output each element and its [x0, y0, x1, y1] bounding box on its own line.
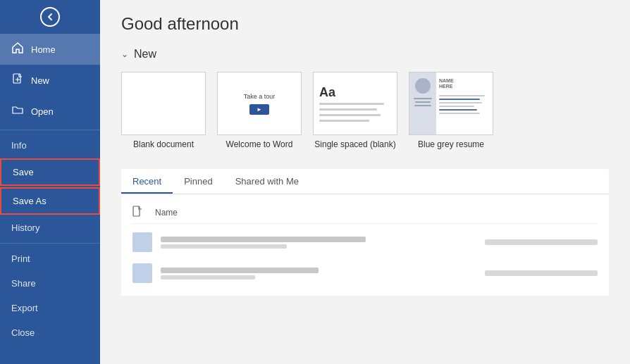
template-blank[interactable]: Blank document	[121, 72, 206, 149]
file-date-1	[485, 239, 598, 245]
sidebar-item-history[interactable]: History	[0, 215, 100, 240]
template-thumb-resume: NAME HERE	[409, 72, 493, 135]
template-label-single: Single spaced (blank)	[314, 139, 395, 149]
sidebar-item-export-label: Export	[11, 303, 38, 313]
back-button[interactable]	[0, 0, 100, 34]
resume-right-panel: NAME HERE	[436, 73, 493, 134]
new-section-header: ⌄ New	[121, 48, 609, 61]
sidebar-item-open[interactable]: Open	[0, 96, 100, 127]
template-label-blank: Blank document	[133, 139, 194, 149]
sidebar-item-new[interactable]: New	[0, 65, 100, 96]
sidebar-item-open-label: Open	[31, 106, 54, 117]
sidebar-item-info[interactable]: Info	[0, 133, 100, 158]
back-icon	[40, 7, 60, 27]
sidebar-item-save[interactable]: Save	[0, 158, 100, 186]
file-meta-bar-2	[161, 275, 255, 280]
divider-2	[0, 243, 100, 244]
main-content: Good afternoon ⌄ New Blank document Take…	[100, 0, 630, 364]
tab-pinned[interactable]: Pinned	[173, 169, 223, 194]
template-resume[interactable]: NAME HERE Blue grey resume	[409, 72, 493, 149]
file-info-1	[161, 237, 476, 249]
chevron-down-icon[interactable]: ⌄	[121, 49, 128, 59]
sidebar-item-close[interactable]: Close	[0, 320, 100, 345]
sidebar-item-close-label: Close	[11, 327, 35, 338]
thumb-lines	[319, 103, 391, 122]
file-date-2	[485, 270, 598, 276]
sidebar-item-save-label: Save	[13, 167, 34, 177]
new-icon	[11, 73, 24, 87]
template-thumb-welcome: Take a tour ►	[217, 72, 302, 135]
templates-grid: Blank document Take a tour ► Welcome to …	[121, 72, 609, 149]
home-icon	[11, 42, 24, 56]
template-single[interactable]: Aa Single spaced (blank)	[313, 72, 397, 149]
divider-1	[0, 130, 100, 130]
sidebar-item-save-as-label: Save As	[13, 196, 47, 206]
new-section-title: New	[134, 48, 156, 61]
file-thumbnail-2	[132, 263, 152, 283]
tab-shared-label: Shared with Me	[235, 176, 299, 187]
sidebar: Home New Open Info Save Save As	[0, 0, 100, 364]
table-row[interactable]	[132, 227, 598, 258]
recent-section: Recent Pinned Shared with Me Name	[121, 169, 609, 296]
file-meta-bar-1	[161, 244, 287, 249]
open-icon	[11, 104, 24, 118]
template-welcome[interactable]: Take a tour ► Welcome to Word	[217, 72, 302, 149]
sidebar-item-print-label: Print	[11, 253, 30, 264]
files-header-name: Name	[155, 208, 598, 218]
sidebar-item-info-label: Info	[11, 140, 27, 151]
tour-btn-text: ►	[257, 106, 262, 113]
sidebar-item-history-label: History	[11, 222, 39, 233]
greeting-text: Good afternoon	[121, 14, 609, 34]
template-thumb-single: Aa	[313, 72, 397, 135]
file-info-2	[161, 268, 476, 280]
table-row[interactable]	[132, 258, 598, 289]
tab-recent[interactable]: Recent	[121, 169, 173, 194]
sidebar-item-home[interactable]: Home	[0, 34, 100, 65]
resume-avatar	[415, 78, 431, 94]
sidebar-item-export[interactable]: Export	[0, 296, 100, 320]
template-thumb-blank	[121, 72, 206, 135]
thumb-aa-text: Aa	[319, 85, 335, 100]
take-tour-text: Take a tour	[244, 93, 276, 100]
sidebar-item-home-label: Home	[31, 44, 56, 55]
sidebar-item-share-label: Share	[11, 278, 36, 289]
sidebar-item-print[interactable]: Print	[0, 246, 100, 271]
tab-pinned-label: Pinned	[184, 176, 212, 187]
tab-shared[interactable]: Shared with Me	[224, 169, 310, 194]
file-thumbnail-1	[132, 232, 152, 252]
template-label-welcome: Welcome to Word	[226, 139, 293, 149]
resume-left-panel	[409, 73, 436, 134]
sidebar-item-new-label: New	[31, 75, 49, 86]
file-name-bar-2	[161, 268, 319, 273]
sidebar-item-save-as[interactable]: Save As	[0, 187, 100, 215]
file-header-icon	[132, 206, 142, 217]
take-tour-btn: ►	[249, 104, 269, 115]
sidebar-item-share[interactable]: Share	[0, 271, 100, 296]
tabs-row: Recent Pinned Shared with Me	[121, 169, 609, 194]
header-icon-spacer	[132, 206, 147, 219]
tab-recent-label: Recent	[132, 176, 161, 187]
files-table: Name	[121, 194, 609, 296]
file-name-bar-1	[161, 237, 366, 242]
template-label-resume: Blue grey resume	[418, 139, 484, 149]
resume-name-text: NAME HERE	[439, 78, 490, 90]
files-header: Name	[132, 201, 598, 224]
